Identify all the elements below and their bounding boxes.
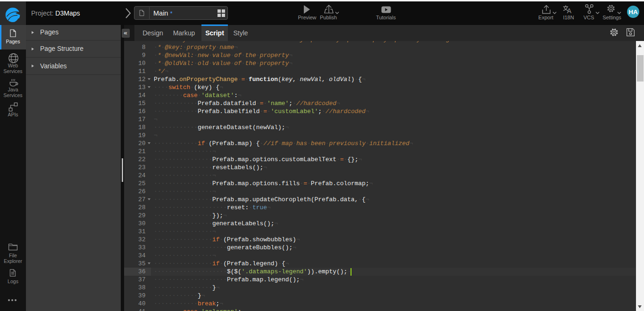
- svg-text:A: A: [567, 7, 572, 14]
